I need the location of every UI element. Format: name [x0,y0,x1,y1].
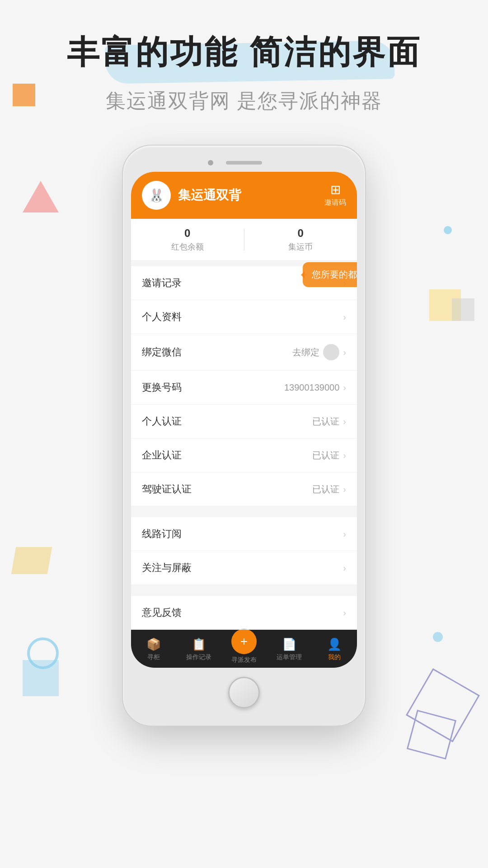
header-area: 丰富的功能 简洁的界面 集运通双背网 是您寻派的神器 [0,0,488,145]
stat-red-envelope[interactable]: 0 红包余额 [131,227,244,252]
deco-dot-blue2 [433,632,443,642]
chevron-icon: › [343,312,346,322]
phone-mockup: 🐰 集运通双背 ⊞ 邀请码 0 红包余额 [122,145,366,726]
deco-triangle-pink [23,181,59,212]
chevron-icon: › [343,608,346,618]
company-cert-value: 已认证 [312,449,339,462]
menu-item-right: › [343,312,346,322]
menu-item-wechat[interactable]: 绑定微信 去绑定 › [131,334,357,371]
chevron-icon: › [343,563,346,573]
phone-bottom [131,668,357,717]
tooltip-bubble: 您所要的都在这里 [303,262,357,287]
menu-item-right: 去绑定 › [292,344,346,360]
menu-item-label: 驾驶证认证 [142,482,192,496]
chevron-icon: › [343,450,346,461]
deco-diamond [406,668,480,742]
menu-group-1: 邀请记录 › 个人资料 › 绑定微信 去绑定 [131,266,357,506]
publish-label: 寻派发布 [231,656,257,664]
coins-value: 0 [298,227,304,240]
menu-item-label: 个人资料 [142,310,182,324]
mine-label: 我的 [328,653,341,661]
main-title: 丰富的功能 简洁的界面 [67,31,421,74]
header-text: 丰富的功能 简洁的界面 集运通双背网 是您寻派的神器 [67,31,421,114]
stat-coins[interactable]: 0 集运币 [244,227,357,252]
wechat-bind-value: 去绑定 [292,346,319,359]
deco-dot-blue [444,226,452,234]
deco-square-gray [452,298,474,321]
invite-label: 邀请码 [324,198,346,208]
stats-bar: 0 红包余额 0 集运币 [131,219,357,261]
menu-group-3: 意见反馈 › [131,596,357,630]
deco-square-blue [23,660,59,696]
publish-button[interactable]: + [231,629,257,654]
nav-item-records[interactable]: 📋 操作记录 [176,637,221,661]
nav-item-publish[interactable]: + 寻派发布 [221,634,267,664]
lockers-icon: 📦 [146,637,161,651]
phone-screen: 🐰 集运通双背 ⊞ 邀请码 0 红包余额 [131,172,357,668]
avatar: 🐰 [142,181,171,210]
phone-top-bar [131,154,357,172]
lockers-label: 寻柜 [147,653,160,661]
app-header-left: 🐰 集运通双背 [142,181,241,210]
license-cert-value: 已认证 [312,483,339,495]
records-label: 操作记录 [186,653,211,661]
red-envelope-value: 0 [184,227,190,240]
menu-group-2: 线路订阅 › 关注与屏蔽 › [131,517,357,585]
phone-camera [208,160,213,165]
chevron-icon: › [343,416,346,427]
nav-item-orders[interactable]: 📄 运单管理 [267,637,312,661]
menu-item-label: 绑定微信 [142,345,182,359]
menu-item-right: › [343,563,346,573]
chevron-icon: › [343,484,346,495]
chevron-icon: › [343,347,346,358]
personal-cert-value: 已认证 [312,415,339,428]
menu-item-label: 意见反馈 [142,606,182,619]
qr-icon: ⊞ [330,184,341,196]
menu-item-route-sub[interactable]: 线路订阅 › [131,517,357,551]
deco-circle-blue [27,637,59,669]
menu-spacer-2 [131,585,357,590]
menu-item-label: 线路订阅 [142,527,182,541]
nav-item-mine[interactable]: 👤 我的 [312,637,357,661]
invite-code-area[interactable]: ⊞ 邀请码 [324,184,346,208]
wechat-avatar [323,344,339,360]
app-content: 🐰 集运通双背 ⊞ 邀请码 0 红包余额 [131,172,357,668]
menu-item-label: 更换号码 [142,381,182,394]
records-icon: 📋 [192,637,206,651]
menu-item-personal-cert[interactable]: 个人认证 已认证 › [131,405,357,439]
deco-square-yellow [429,289,461,321]
menu-item-right: › [343,529,346,539]
menu-item-label: 个人认证 [142,415,182,428]
phone-value: 13900139000 [284,382,339,393]
app-name: 集运通双背 [178,187,241,204]
phone-outer: 🐰 集运通双背 ⊞ 邀请码 0 红包余额 [122,145,366,726]
orders-icon: 📄 [282,637,296,651]
menu-item-follow-block[interactable]: 关注与屏蔽 › [131,551,357,585]
coins-label: 集运币 [288,241,313,252]
mine-icon: 👤 [327,637,342,651]
menu-item-right: 已认证 › [312,483,346,495]
nav-item-lockers[interactable]: 📦 寻柜 [131,637,176,661]
menu-item-license-cert[interactable]: 驾驶证认证 已认证 › [131,472,357,506]
menu-item-phone[interactable]: 更换号码 13900139000 › [131,371,357,405]
menu-item-label: 关注与屏蔽 [142,561,192,575]
menu-item-company-cert[interactable]: 企业认证 已认证 › [131,439,357,472]
phone-speaker [226,161,262,165]
menu-item-right: 13900139000 › [284,382,346,393]
red-envelope-label: 红包余额 [171,241,204,252]
menu-item-feedback[interactable]: 意见反馈 › [131,596,357,630]
menu-item-right: › [343,608,346,618]
orders-label: 运单管理 [277,653,302,661]
bottom-nav: 📦 寻柜 📋 操作记录 + 寻派发布 📄 [131,630,357,668]
app-header: 🐰 集运通双背 ⊞ 邀请码 [131,172,357,219]
home-button[interactable] [228,677,260,708]
menu-item-label: 企业认证 [142,448,182,462]
sub-title: 集运通双背网 是您寻派的神器 [67,88,421,114]
menu-item-right: 已认证 › [312,415,346,428]
deco-parallelogram [11,547,52,574]
avatar-icon: 🐰 [149,188,164,203]
menu-item-profile[interactable]: 个人资料 › [131,300,357,334]
menu-item-label: 邀请记录 [142,276,182,290]
chevron-icon: › [343,382,346,393]
chevron-icon: › [343,529,346,539]
